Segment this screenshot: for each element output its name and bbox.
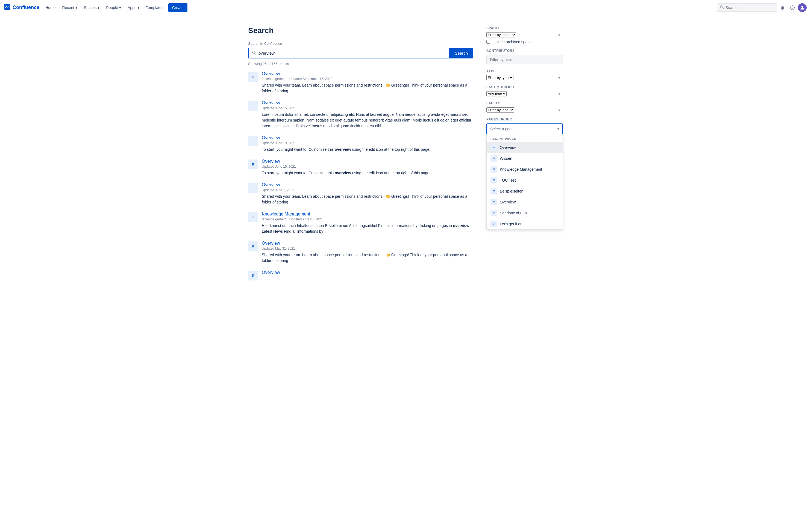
global-search-input[interactable]	[725, 5, 764, 10]
result-body: Overview Updated May 31, 2021 Shared wit…	[262, 241, 473, 264]
page-icon	[490, 199, 497, 205]
include-archived-label[interactable]: Include archived spaces	[492, 40, 533, 44]
pages-under-placeholder: Select a page	[490, 127, 514, 131]
result-body: Knowledge Management fabienne gerhard · …	[262, 212, 473, 234]
nav-recent[interactable]: Recent ▾	[59, 3, 80, 12]
include-archived-checkbox[interactable]	[486, 40, 490, 44]
dropdown-item[interactable]: TOC Test	[487, 175, 563, 186]
result-title[interactable]: Overview	[262, 136, 473, 140]
type-select-wrap: Filter by type	[486, 75, 563, 80]
sidebar-pages-under-section: Pages under Select a page ▾ RECENT PAGES…	[486, 118, 563, 230]
result-meta: Updated May 31, 2021	[262, 247, 473, 250]
dropdown-item[interactable]: Wissen	[487, 153, 563, 164]
type-section-title: Type	[486, 69, 563, 73]
dropdown-item-label: Let's get it on	[500, 222, 522, 226]
sidebar-lastmod-section: Last modified Any time	[486, 85, 563, 96]
lastmod-select[interactable]: Any time	[486, 91, 507, 96]
result-icon	[248, 101, 258, 111]
result-icon	[248, 159, 258, 169]
nav-home[interactable]: Home	[43, 3, 58, 12]
result-item: Overview Updated June 19, 2021 To start,…	[248, 136, 473, 152]
contributors-section-title: Contributors	[486, 49, 563, 53]
search-button[interactable]: Search	[449, 48, 473, 59]
result-icon	[248, 271, 258, 280]
chevron-down-icon: ▾	[97, 5, 100, 10]
result-snippet: To start, you might want to: Customise t…	[262, 170, 473, 176]
nav-templates[interactable]: Templates	[143, 3, 166, 12]
result-body: Overview	[262, 270, 473, 276]
notifications-button[interactable]	[778, 3, 787, 12]
labels-select[interactable]: Filter by label	[486, 107, 514, 112]
logo-link[interactable]: Confluence	[4, 4, 39, 12]
pages-under-input[interactable]: Select a page ▾	[486, 123, 563, 135]
result-snippet: Shared with your team. Learn about space…	[262, 194, 473, 205]
page-container: Search Search in Confluence Search Showi…	[242, 15, 569, 298]
page-icon	[490, 177, 497, 184]
svg-rect-0	[4, 4, 10, 10]
result-body: Overview Updated June 15, 2021 Lorem ips…	[262, 100, 473, 129]
result-item: Overview Updated June 15, 2021 Lorem ips…	[248, 100, 473, 129]
search-icon	[252, 50, 256, 56]
result-title[interactable]: Overview	[262, 100, 473, 106]
chevron-down-icon: ▾	[119, 5, 121, 10]
create-button[interactable]: Create	[168, 3, 187, 12]
result-title[interactable]: Overview	[262, 183, 473, 187]
result-title[interactable]: Overview	[262, 71, 473, 76]
dropdown-item-label: Beispielseiten	[500, 189, 523, 193]
chevron-down-icon: ▾	[557, 127, 559, 131]
global-search-box[interactable]	[717, 3, 777, 12]
sidebar-contributors-section: Contributors	[486, 49, 563, 64]
user-avatar[interactable]	[798, 3, 807, 12]
result-item: Knowledge Management fabienne gerhard · …	[248, 212, 473, 234]
dropdown-item[interactable]: Knowledge Management	[487, 164, 563, 175]
page-icon	[490, 221, 497, 227]
page-icon	[490, 144, 497, 151]
type-select[interactable]: Filter by type	[486, 75, 514, 80]
pages-dropdown: RECENT PAGES Overview Wissen Knowledge M…	[486, 135, 563, 230]
result-item: Overview fabienne gerhard · Updated Sept…	[248, 71, 473, 94]
dropdown-items-list: Overview Wissen Knowledge Management TOC…	[487, 142, 563, 230]
result-item: Overview Updated May 31, 2021 Shared wit…	[248, 241, 473, 264]
result-icon	[248, 136, 258, 146]
search-label: Search in Confluence	[248, 42, 473, 46]
result-snippet: To start, you might want to: Customise t…	[262, 147, 473, 152]
sidebar-spaces-section: Spaces Filter by space Include archived …	[486, 26, 563, 44]
contributors-input[interactable]	[486, 55, 563, 64]
dropdown-item[interactable]: Beispielseiten	[487, 186, 563, 197]
result-title[interactable]: Knowledge Management	[262, 212, 473, 217]
dropdown-item-label: TOC Test	[500, 178, 516, 183]
confluence-icon	[4, 4, 10, 12]
page-icon	[490, 188, 497, 194]
results-count: Showing 25 of 165 results	[248, 62, 473, 66]
logo-text: Confluence	[13, 5, 39, 10]
lastmod-select-wrap: Any time	[486, 91, 563, 96]
main-search-input[interactable]	[259, 51, 445, 56]
result-title[interactable]: Overview	[262, 241, 473, 246]
lastmod-section-title: Last modified	[486, 85, 563, 89]
page-icon	[490, 155, 497, 162]
result-meta: Updated June 15, 2021	[262, 165, 473, 169]
dropdown-item[interactable]: Let's get it on	[487, 218, 563, 230]
result-body: Overview fabienne gerhard · Updated Sept…	[262, 71, 473, 94]
page-icon	[490, 166, 497, 173]
search-icon	[720, 5, 724, 10]
result-title[interactable]: Overview	[262, 270, 473, 275]
spaces-select-wrap: Filter by space	[486, 32, 563, 37]
svg-line-7	[255, 53, 256, 54]
recent-pages-label: RECENT PAGES	[487, 135, 563, 142]
nav-spaces[interactable]: Spaces ▾	[81, 3, 103, 12]
dropdown-item[interactable]: Overview	[487, 197, 563, 207]
nav-people[interactable]: People ▾	[103, 3, 124, 12]
spaces-select[interactable]: Filter by space	[486, 32, 516, 37]
result-body: Overview Updated June 15, 2021 To start,…	[262, 159, 473, 176]
dropdown-item-label: Wissen	[500, 156, 512, 160]
result-body: Overview Updated June 19, 2021 To start,…	[262, 136, 473, 152]
nav-apps[interactable]: Apps ▾	[125, 3, 142, 12]
result-icon	[248, 183, 258, 193]
dropdown-item[interactable]: Overview	[487, 142, 563, 153]
help-button[interactable]: ?	[788, 3, 797, 12]
dropdown-item-label: Overview	[500, 145, 516, 150]
result-title[interactable]: Overview	[262, 159, 473, 164]
search-input-wrap	[248, 48, 449, 59]
dropdown-item[interactable]: Sandbox of Fun	[487, 207, 563, 218]
